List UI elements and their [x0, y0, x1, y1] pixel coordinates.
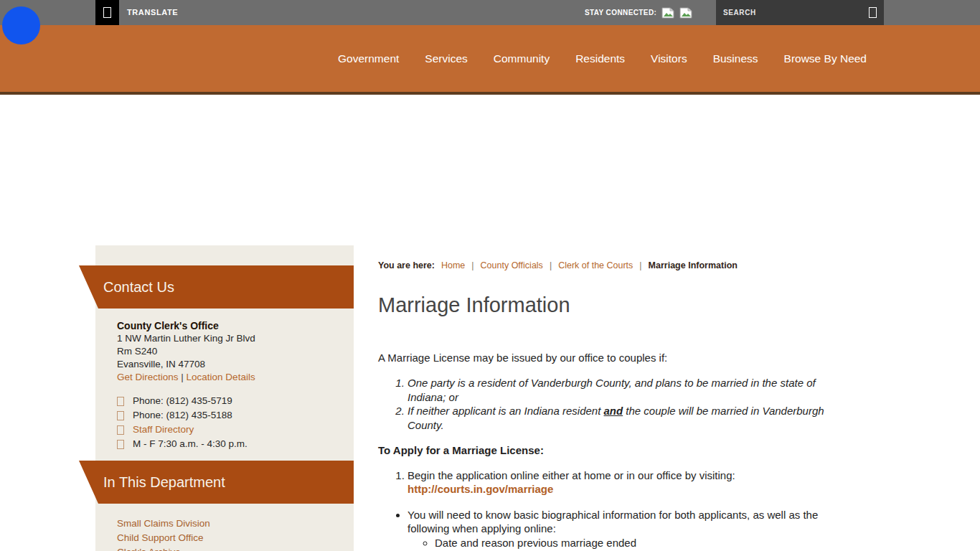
condition-text: If neither applicant is an Indiana resid… [407, 405, 604, 417]
apply-step-text: Begin the application online either at h… [407, 469, 735, 481]
list-item: Begin the application online either at h… [407, 468, 848, 496]
contact-detail-list: Phone: (812) 435-5719 Phone: (812) 435-5… [117, 394, 339, 451]
list-item: You will need to know basic biographical… [407, 508, 848, 551]
department-links: Small Claims Division Child Support Offi… [117, 517, 210, 551]
hours-icon [117, 440, 124, 449]
nav-item-browse-by-need[interactable]: Browse By Need [784, 52, 867, 65]
translate-icon [103, 7, 111, 18]
breadcrumb-separator: | [471, 259, 473, 273]
office-hours: M - F 7:30 a.m. - 4:30 p.m. [133, 438, 248, 451]
contact-us-title: Contact Us [103, 279, 174, 295]
list-item: Staff Directory [117, 423, 339, 437]
breadcrumb-link-county-officials[interactable]: County Officials [481, 259, 543, 273]
nav-item-visitors[interactable]: Visitors [651, 52, 687, 65]
site-logo[interactable] [2, 6, 40, 44]
breadcrumb-link-clerk-of-courts[interactable]: Clerk of the Courts [558, 259, 633, 273]
nav-item-government[interactable]: Government [338, 52, 399, 65]
breadcrumb-separator: | [550, 259, 552, 273]
contact-us-banner: Contact Us [79, 265, 354, 309]
main-content: You are here: Home | County Officials | … [378, 255, 848, 551]
staff-directory-icon [117, 425, 124, 435]
location-details-link[interactable]: Location Details [187, 372, 255, 382]
condition-emphasis: and [604, 405, 623, 417]
phone-icon [117, 397, 124, 406]
office-name: County Clerk's Office [117, 319, 339, 332]
phone-icon [117, 411, 124, 420]
stay-connected-group: STAY CONNECTED: [585, 0, 692, 25]
list-item: M - F 7:30 a.m. - 4:30 p.m. [117, 437, 339, 451]
translate-button[interactable] [95, 0, 119, 25]
sidebar-item-small-claims[interactable]: Small Claims Division [117, 517, 210, 531]
stay-connected-label: STAY CONNECTED: [585, 9, 656, 17]
sidebar-item-clerks-archive[interactable]: Clerk's Archive [117, 545, 210, 551]
phone-number: Phone: (812) 435-5188 [133, 409, 232, 422]
staff-directory-link[interactable]: Staff Directory [133, 423, 194, 436]
in-this-department-banner: In This Department [79, 461, 354, 504]
list-item: Date and reason previous marriage ended [435, 536, 848, 550]
contact-info-block: County Clerk's Office 1 NW Martin Luther… [117, 319, 339, 451]
license-conditions-list: One party is a resident of Vanderburgh C… [378, 376, 848, 432]
breadcrumb-link-home[interactable]: Home [441, 259, 465, 273]
search-input[interactable] [723, 9, 869, 17]
marriage-application-link[interactable]: http://courts.in.gov/marriage [407, 482, 848, 496]
breadcrumb: You are here: Home | County Officials | … [378, 259, 848, 273]
apply-steps-list: Begin the application online either at h… [378, 468, 848, 496]
main-navigation: Government Services Community Residents … [0, 25, 980, 92]
list-item: If neither applicant is an Indiana resid… [407, 404, 848, 432]
apply-heading: To Apply for a Marriage License: [378, 443, 848, 458]
list-item: Phone: (812) 435-5719 [117, 394, 339, 408]
list-item: One party is a resident of Vanderburgh C… [407, 376, 848, 404]
list-item: Phone: (812) 435-5188 [117, 408, 339, 423]
in-this-department-title: In This Department [103, 474, 225, 490]
intro-paragraph: A Marriage License may be issued by our … [378, 351, 848, 365]
requirement-sub-list: Date and reason previous marriage ended … [407, 536, 848, 551]
address-line-3: Evansville, IN 47708 [117, 358, 339, 371]
address-line-1: 1 NW Martin Luther King Jr Blvd [117, 332, 339, 345]
phone-number: Phone: (812) 435-5719 [133, 395, 232, 408]
top-utility-bar: TRANSLATE STAY CONNECTED: [0, 0, 980, 25]
breadcrumb-current: Marriage Information [649, 259, 738, 273]
social-link-broken-image-icon[interactable] [679, 7, 692, 19]
page-title: Marriage Information [378, 293, 848, 317]
translate-label[interactable]: TRANSLATE [127, 0, 178, 25]
sidebar-item-child-support[interactable]: Child Support Office [117, 531, 210, 545]
breadcrumb-prefix: You are here: [378, 259, 435, 273]
nav-bottom-divider [0, 92, 980, 95]
social-link-broken-image-icon[interactable] [661, 7, 674, 19]
get-directions-link[interactable]: Get Directions [117, 372, 179, 382]
requirements-list: You will need to know basic biographical… [378, 508, 848, 551]
location-links-row: Get Directions | Location Details [117, 371, 339, 384]
nav-item-community[interactable]: Community [494, 52, 550, 65]
address-line-2: Rm S240 [117, 345, 339, 358]
nav-item-business[interactable]: Business [713, 52, 758, 65]
breadcrumb-separator: | [639, 259, 641, 273]
nav-item-residents[interactable]: Residents [575, 52, 625, 65]
search-icon[interactable] [869, 7, 877, 18]
condition-text: One party is a resident of Vanderburgh C… [407, 377, 816, 403]
link-separator: | [181, 372, 184, 382]
search-box [716, 0, 884, 25]
nav-item-services[interactable]: Services [425, 52, 467, 65]
requirement-text: You will need to know basic biographical… [407, 509, 818, 535]
